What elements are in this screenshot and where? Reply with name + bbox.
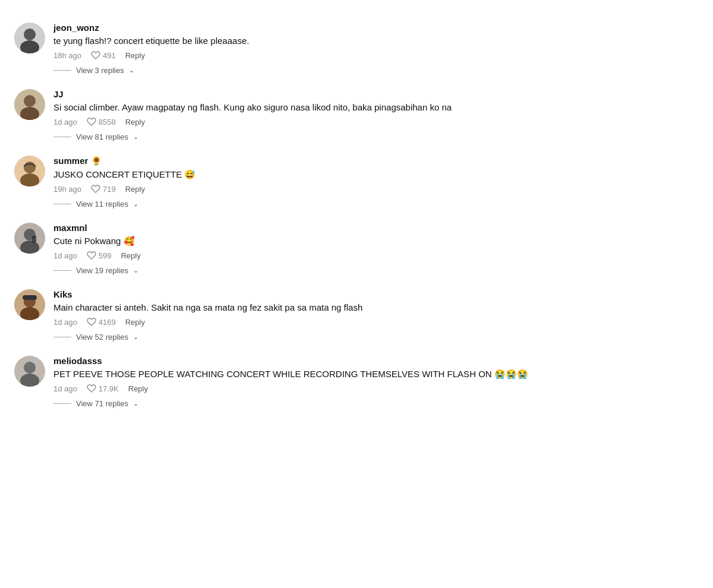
toggle-line [53, 270, 71, 271]
svg-rect-12 [32, 236, 36, 242]
username: jeon_wonz [53, 23, 699, 33]
comment-block: summer 🌻JUSKO CONCERT ETIQUETTE 😅19h ago… [14, 145, 699, 194]
likes-count: 17.9K [99, 384, 119, 393]
comment-time: 1d ago [53, 318, 77, 327]
comment-content: summer 🌻JUSKO CONCERT ETIQUETTE 😅19h ago… [53, 156, 699, 194]
toggle-line [53, 403, 71, 404]
toggle-line [53, 137, 71, 137]
comment-meta: 19h ago 719Reply [53, 184, 699, 194]
chevron-down-icon: ⌄ [133, 267, 138, 274]
comment-meta: 18h ago 491Reply [53, 50, 699, 60]
heart-icon [87, 251, 96, 260]
username: summer 🌻 [53, 156, 699, 166]
view-replies-toggle[interactable]: View 11 replies⌄ [53, 200, 699, 208]
comment-time: 1d ago [53, 251, 77, 260]
comment-text: Cute ni Pokwang 🥰 [53, 235, 699, 247]
view-replies-toggle[interactable]: View 19 replies⌄ [53, 266, 699, 275]
chevron-down-icon: ⌄ [129, 67, 134, 74]
replies-count-label: View 52 replies [76, 333, 128, 342]
comment-text: Si social climber. Ayaw magpatay ng flas… [53, 101, 699, 113]
comment-block: meliodasssPET PEEVE THOSE PEOPLE WATCHIN… [14, 345, 699, 393]
comment-time: 18h ago [53, 51, 81, 60]
heart-icon [87, 317, 96, 327]
comment-text: JUSKO CONCERT ETIQUETTE 😅 [53, 168, 699, 181]
comment-time: 1d ago [53, 118, 77, 127]
comment-content: jeon_wonzte yung flash!? concert etiquet… [53, 23, 699, 60]
svg-rect-15 [23, 295, 37, 300]
likes-count: 599 [99, 251, 112, 260]
comment-block: KiksMain character si anteh. Sakit na ng… [14, 279, 699, 327]
comment-block: maxmnlCute ni Pokwang 🥰1d ago 599Reply [14, 212, 699, 260]
likes-count: 491 [103, 51, 116, 60]
heart-icon [87, 384, 96, 393]
svg-point-4 [24, 95, 36, 107]
reply-button[interactable]: Reply [125, 118, 145, 127]
comment-content: KiksMain character si anteh. Sakit na ng… [53, 289, 699, 327]
comment-content: meliodasssPET PEEVE THOSE PEOPLE WATCHIN… [53, 356, 699, 393]
comment-meta: 1d ago 8558Reply [53, 117, 699, 127]
reply-button[interactable]: Reply [121, 251, 140, 260]
comment-likes[interactable]: 491 [91, 50, 116, 60]
comment-meta: 1d ago 599Reply [53, 251, 699, 260]
comment-meta: 1d ago 4169Reply [53, 317, 699, 327]
comment-likes[interactable]: 8558 [87, 117, 116, 127]
heart-icon [87, 117, 96, 127]
comment-block: jeon_wonzte yung flash!? concert etiquet… [14, 12, 699, 60]
reply-button[interactable]: Reply [125, 51, 145, 60]
comment-text: Main character si anteh. Sakit na nga sa… [53, 301, 699, 314]
likes-count: 719 [103, 185, 116, 194]
comment-meta: 1d ago 17.9KReply [53, 384, 699, 393]
avatar [14, 156, 45, 186]
replies-count-label: View 81 replies [76, 132, 128, 141]
avatar [14, 289, 45, 320]
comment-content: JJSi social climber. Ayaw magpatay ng fl… [53, 89, 699, 127]
chevron-down-icon: ⌄ [133, 400, 138, 407]
toggle-line [53, 70, 71, 71]
avatar [14, 23, 45, 53]
comment-time: 19h ago [53, 185, 81, 194]
view-replies-toggle[interactable]: View 52 replies⌄ [53, 333, 699, 342]
heart-icon [91, 50, 100, 60]
reply-button[interactable]: Reply [125, 185, 145, 194]
reply-button[interactable]: Reply [125, 318, 145, 327]
replies-count-label: View 3 replies [76, 66, 124, 75]
view-replies-toggle[interactable]: View 81 replies⌄ [53, 132, 699, 141]
likes-count: 8558 [99, 118, 116, 127]
reply-button[interactable]: Reply [128, 384, 148, 393]
username: JJ [53, 89, 699, 99]
view-replies-toggle[interactable]: View 71 replies⌄ [53, 399, 699, 408]
avatar [14, 89, 45, 120]
svg-point-1 [24, 29, 36, 40]
comment-likes[interactable]: 719 [91, 184, 116, 194]
view-replies-toggle[interactable]: View 3 replies⌄ [53, 66, 699, 75]
toggle-line [53, 337, 71, 337]
replies-count-label: View 19 replies [76, 266, 128, 275]
chevron-down-icon: ⌄ [133, 200, 138, 208]
username: meliodasss [53, 356, 699, 366]
username: Kiks [53, 289, 699, 299]
username: maxmnl [53, 223, 699, 233]
toggle-line [53, 204, 71, 204]
avatar [14, 223, 45, 254]
chevron-down-icon: ⌄ [133, 333, 138, 341]
comment-text: PET PEEVE THOSE PEOPLE WATCHING CONCERT … [53, 368, 699, 380]
comment-block: JJSi social climber. Ayaw magpatay ng fl… [14, 78, 699, 127]
svg-point-18 [24, 362, 36, 374]
heart-icon [91, 184, 100, 194]
replies-count-label: View 71 replies [76, 399, 128, 408]
comment-likes[interactable]: 599 [87, 251, 112, 260]
comment-content: maxmnlCute ni Pokwang 🥰1d ago 599Reply [53, 223, 699, 260]
comment-time: 1d ago [53, 384, 77, 393]
comments-container: jeon_wonzte yung flash!? concert etiquet… [14, 12, 699, 408]
comment-likes[interactable]: 17.9K [87, 384, 119, 393]
comment-text: te yung flash!? concert etiquette be lik… [53, 34, 699, 47]
replies-count-label: View 11 replies [76, 200, 128, 208]
likes-count: 4169 [99, 318, 116, 327]
chevron-down-icon: ⌄ [133, 133, 138, 141]
avatar [14, 356, 45, 387]
comment-likes[interactable]: 4169 [87, 317, 116, 327]
